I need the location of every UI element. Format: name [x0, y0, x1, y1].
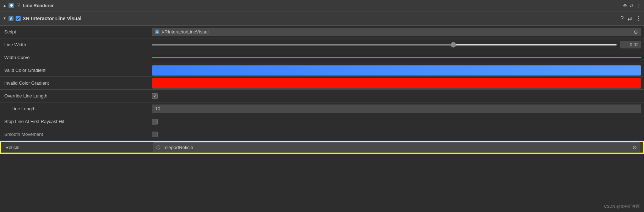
reticle-row: Reticle ⬡ TeleportReticle ⊙ [0, 141, 644, 154]
invalid-color-gradient-bar[interactable] [152, 78, 641, 89]
override-line-length-checkbox[interactable] [152, 93, 158, 99]
script-name-text: XRInteractorLineVisual [162, 29, 209, 35]
line-width-slider-container [152, 41, 641, 48]
reticle-target-icon[interactable]: ⊙ [633, 144, 637, 150]
reticle-ref-field[interactable]: ⬡ TeleportReticle ⊙ [153, 142, 640, 152]
line-width-row: Line Width [0, 38, 644, 51]
top-right-icon1: ⊕ [623, 3, 627, 8]
reticle-label: Reticle [4, 145, 153, 150]
collapse-arrow[interactable]: ▼ [3, 16, 6, 20]
top-bar: ▲ ❋ ☑ Line Renderer ⊕ ⇄ ⋮ [0, 0, 644, 11]
line-length-label: Line Length [3, 106, 152, 111]
top-bar-title: Line Renderer [23, 3, 54, 8]
override-line-length-row: Override Line Length [0, 90, 644, 102]
component-header: ▼ # XR Interactor Line Visual ? ⇄ ⋮ [0, 11, 644, 26]
reticle-name-text: TeleportReticle [163, 145, 193, 150]
top-checkbox[interactable]: ☑ [16, 3, 21, 8]
reticle-mesh-icon: ⬡ [156, 144, 160, 150]
unity-logo-icon: ❋ [9, 3, 14, 8]
valid-color-gradient-label: Valid Color Gradient [3, 68, 152, 73]
help-icon[interactable]: ? [621, 15, 624, 22]
stop-line-checkbox[interactable] [152, 119, 158, 124]
invalid-color-gradient-row: Invalid Color Gradient [0, 77, 644, 90]
line-width-label: Line Width [3, 42, 152, 47]
width-curve-value [152, 53, 641, 62]
top-right-icon2: ⇄ [630, 3, 634, 8]
stop-line-value [152, 119, 641, 124]
script-value: # XRInteractorLineVisual ⊙ [152, 28, 641, 36]
header-hash-icon: # [9, 16, 13, 21]
layout-icon[interactable]: ⇄ [627, 15, 632, 22]
component-title: XR Interactor Line Visual [23, 16, 618, 21]
reticle-value: ⬡ TeleportReticle ⊙ [153, 142, 640, 152]
watermark-text: CSDN @窗外听件雨 [604, 204, 640, 208]
smooth-movement-label: Smooth Movement [3, 132, 152, 137]
line-length-row: Line Length [0, 102, 644, 115]
width-curve-row: Width Curve [0, 51, 644, 64]
width-curve-line [152, 57, 641, 58]
smooth-movement-checkbox[interactable] [152, 132, 158, 137]
watermark: CSDN @窗外听件雨 [604, 204, 640, 209]
line-length-input[interactable] [152, 105, 641, 113]
script-label: Script [3, 29, 152, 35]
script-target-icon[interactable]: ⊙ [634, 29, 638, 35]
smooth-movement-value [152, 132, 641, 137]
line-width-input[interactable] [620, 41, 641, 48]
valid-color-gradient-bar[interactable] [152, 65, 641, 76]
line-width-slider[interactable] [152, 44, 617, 46]
width-curve-bar[interactable] [152, 53, 641, 62]
width-curve-label: Width Curve [3, 55, 152, 60]
valid-color-gradient-value [152, 65, 641, 76]
stop-line-row: Stop Line At First Raycast Hit [0, 115, 644, 128]
valid-color-gradient-row: Valid Color Gradient [0, 64, 644, 77]
component-header-icons: ? ⇄ ⋮ [621, 15, 641, 22]
top-bar-right-icons: ⊕ ⇄ ⋮ [623, 3, 641, 8]
properties-table: Script # XRInteractorLineVisual ⊙ Line W… [0, 26, 644, 154]
smooth-movement-row: Smooth Movement [0, 128, 644, 141]
script-hash-icon: # [155, 30, 159, 34]
invalid-color-gradient-value [152, 78, 641, 89]
component-enabled-checkbox[interactable] [16, 16, 21, 21]
top-right-icon3: ⋮ [637, 3, 641, 8]
invalid-color-gradient-label: Invalid Color Gradient [3, 80, 152, 86]
line-length-value [152, 105, 641, 113]
script-row: Script # XRInteractorLineVisual ⊙ [0, 26, 644, 38]
line-width-value [152, 41, 641, 48]
stop-line-label: Stop Line At First Raycast Hit [3, 119, 152, 124]
override-line-length-label: Override Line Length [3, 93, 152, 99]
more-options-icon[interactable]: ⋮ [635, 15, 641, 22]
script-ref-field[interactable]: # XRInteractorLineVisual ⊙ [152, 28, 641, 36]
override-line-length-value [152, 93, 641, 99]
triangle-icon: ▲ [3, 4, 6, 7]
